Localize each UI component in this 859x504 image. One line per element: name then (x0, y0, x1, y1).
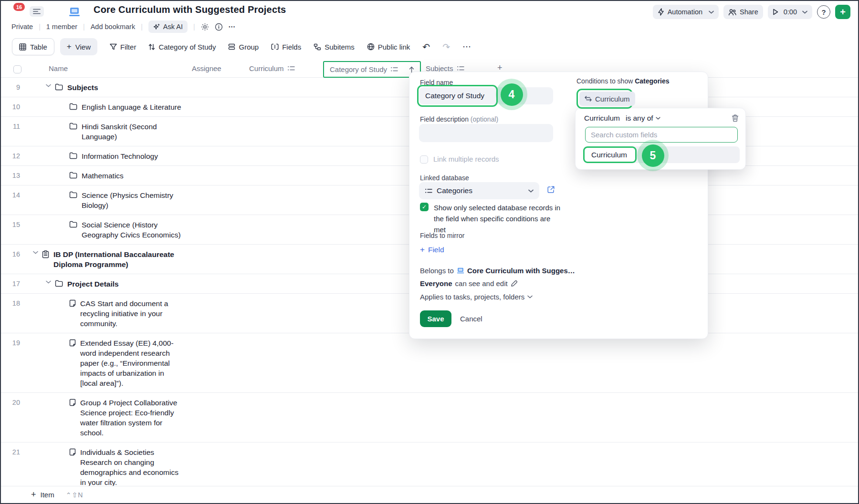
timer-button[interactable]: 0:00 (768, 5, 812, 19)
members-label[interactable]: 1 member (46, 23, 77, 31)
external-link-icon[interactable] (547, 185, 555, 194)
swap-icon (585, 96, 592, 102)
checked-checkbox-icon[interactable]: ✓ (420, 203, 429, 211)
column-header-category-of-study[interactable]: Category of Study (323, 61, 421, 78)
row-number: 18 (1, 298, 20, 309)
row-title[interactable]: Extended Essay (EE) 4,000-word independe… (80, 338, 180, 388)
row-title[interactable]: Subjects (67, 82, 177, 93)
add-item-button[interactable]: + Item (31, 490, 54, 500)
fields-to-mirror-label: Fields to mirror (420, 232, 464, 239)
pencil-icon[interactable] (511, 280, 518, 287)
row-title[interactable]: Hindi Sanskrit (Second Language) (82, 122, 181, 142)
sort-button[interactable]: Category of Study (148, 43, 216, 51)
cancel-button[interactable]: Cancel (460, 315, 482, 323)
row-title[interactable]: Science (Physics Chemistry Biology) (82, 190, 181, 210)
condition-field-chip[interactable]: Curriculum (579, 92, 635, 106)
multiselect-icon (457, 65, 464, 72)
page-icon (69, 299, 76, 307)
privacy-label[interactable]: Private (11, 23, 33, 31)
plus-icon: + (31, 490, 36, 500)
globe-icon (367, 43, 375, 51)
trash-icon[interactable] (732, 114, 739, 122)
folder-icon (69, 123, 77, 130)
help-button[interactable]: ? (817, 5, 830, 19)
rule-operator[interactable]: is any of (626, 114, 660, 123)
column-header-curriculum[interactable]: Curriculum (249, 64, 295, 72)
column-header-name[interactable]: Name (49, 64, 68, 72)
document-icon (69, 7, 80, 17)
add-item-shortcut: ⌃⇧N (66, 491, 84, 499)
row-title[interactable]: Individuals & Societies Research on chan… (80, 447, 180, 487)
table-row[interactable]: 19 Extended Essay (EE) 4,000-word indepe… (1, 333, 858, 393)
table-view-button[interactable]: Table (12, 38, 54, 55)
row-title[interactable]: CAS Start and document a recycling initi… (80, 298, 180, 329)
link-multiple-records-row[interactable]: Link multiple records (420, 155, 499, 164)
sidebar-toggle-icon[interactable] (30, 6, 44, 17)
row-title[interactable]: English Language & Literature (82, 102, 181, 112)
filter-icon (110, 43, 117, 50)
group-button[interactable]: Group (228, 43, 259, 51)
row-title[interactable]: Information Technology (82, 151, 181, 161)
ask-ai-button[interactable]: Ask AI (148, 21, 188, 33)
more-options-icon[interactable]: ⋯ (229, 23, 237, 31)
field-name-input[interactable]: Category of Study (419, 87, 553, 104)
linked-database-select[interactable]: Categories (419, 182, 539, 199)
select-all-checkbox[interactable] (13, 65, 21, 73)
view-toolbar: Table + View Filter Category of Study Gr… (12, 38, 472, 55)
checkbox-icon[interactable] (420, 155, 428, 164)
field-description-label: Field description (optional) (420, 115, 498, 123)
belongs-to-row: Belongs to Core Curriculum with Sugges… (420, 267, 575, 275)
row-title[interactable]: Mathematics (82, 171, 181, 181)
chevron-down-icon[interactable] (802, 10, 807, 14)
folder-icon (69, 221, 77, 228)
play-icon[interactable] (773, 9, 778, 15)
plus-icon: + (67, 42, 72, 51)
conditions-title: Conditions to show Categories (576, 77, 670, 85)
column-header-assignee[interactable]: Assignee (192, 64, 221, 72)
table-row[interactable]: 21 Individuals & Societies Research on c… (1, 442, 858, 492)
share-button[interactable]: Share (723, 5, 763, 19)
chevron-down-icon[interactable] (33, 251, 38, 254)
share-icon (728, 9, 736, 16)
row-title[interactable]: Group 4 Project Collaborative Science pr… (80, 398, 180, 438)
row-title[interactable]: IB DP (International Baccalaureate Diplo… (53, 249, 188, 269)
info-icon[interactable] (215, 23, 223, 31)
row-number: 20 (1, 398, 20, 408)
search-custom-fields-input[interactable] (585, 127, 738, 143)
chevron-down-icon[interactable] (46, 280, 51, 284)
folder-icon (69, 172, 77, 179)
show-only-selected-row[interactable]: ✓ Show only selected database records in… (420, 202, 563, 235)
undo-icon[interactable]: ↶ (422, 41, 430, 52)
field-option-curriculum[interactable]: Curriculum (583, 146, 637, 163)
folder-icon (55, 83, 63, 91)
applies-to-row[interactable]: Applies to tasks, projects, folders (420, 293, 533, 301)
page-icon (69, 399, 76, 406)
toolbar-more-icon[interactable]: ⋯ (462, 41, 472, 52)
add-view-button[interactable]: + View (60, 38, 97, 55)
folder-icon (69, 152, 77, 159)
subitems-button[interactable]: Subitems (314, 43, 355, 51)
chevron-down-icon (656, 117, 660, 120)
table-row[interactable]: 20 Group 4 Project Collaborative Science… (1, 393, 858, 442)
redo-icon[interactable]: ↷ (442, 41, 450, 52)
fields-button[interactable]: Fields (271, 43, 301, 51)
create-new-button[interactable]: + (835, 5, 850, 19)
field-option-row[interactable]: Curriculum (583, 146, 740, 163)
automation-button[interactable]: Automation (653, 5, 719, 19)
rule-field[interactable]: Curriculum (584, 114, 620, 123)
plus-icon: + (420, 245, 425, 255)
row-number: 19 (1, 338, 20, 348)
top-bar: 16 Core Curriculum with Suggested Projec… (1, 1, 858, 20)
add-bookmark-button[interactable]: Add bookmark (91, 23, 136, 31)
chevron-down-icon[interactable] (46, 84, 51, 87)
public-link-button[interactable]: Public link (367, 43, 410, 51)
row-title[interactable]: Project Details (67, 279, 177, 289)
row-title[interactable]: Social Science (History Geography Civics… (82, 220, 181, 240)
clipboard-icon (42, 250, 49, 258)
add-mirror-field-button[interactable]: + Field (420, 245, 444, 255)
filter-button[interactable]: Filter (110, 43, 136, 51)
field-description-input[interactable] (419, 124, 553, 142)
save-button[interactable]: Save (420, 310, 451, 327)
settings-gear-icon[interactable] (201, 23, 209, 31)
chevron-down-icon[interactable] (709, 10, 714, 14)
